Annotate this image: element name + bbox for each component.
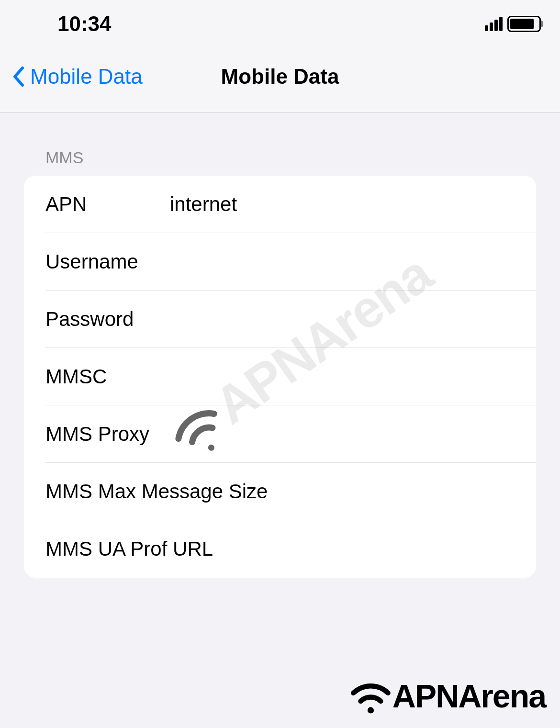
mms-proxy-label: MMS Proxy — [45, 423, 274, 446]
wifi-icon — [348, 673, 393, 718]
status-icons — [485, 16, 541, 32]
mms-ua-prof-url-input[interactable] — [274, 538, 536, 560]
mms-ua-prof-url-row[interactable]: MMS UA Prof URL — [24, 520, 536, 578]
mmsc-label: MMSC — [45, 365, 170, 388]
apn-input[interactable] — [170, 193, 536, 216]
password-input[interactable] — [170, 308, 536, 331]
navigation-bar: Mobile Data Mobile Data — [0, 48, 560, 112]
mms-max-message-size-row[interactable]: MMS Max Message Size — [24, 463, 536, 520]
footer-logo-text: APNArena — [392, 677, 546, 715]
mmsc-row[interactable]: MMSC — [24, 348, 536, 405]
chevron-left-icon — [12, 66, 25, 87]
battery-icon — [507, 16, 541, 32]
username-input[interactable] — [170, 250, 536, 273]
status-time: 10:34 — [57, 12, 112, 36]
status-bar: 10:34 — [0, 0, 560, 48]
apn-label: APN — [45, 193, 170, 216]
username-row[interactable]: Username — [24, 233, 536, 291]
content-area: MMS APN Username Password MMSC MMS Proxy — [0, 112, 560, 578]
password-label: Password — [45, 308, 170, 331]
section-header-mms: MMS — [24, 112, 536, 176]
footer-logo: APNArena — [348, 673, 546, 718]
password-row[interactable]: Password — [24, 291, 536, 348]
apn-row[interactable]: APN — [24, 176, 536, 233]
mms-proxy-input[interactable] — [274, 423, 536, 446]
cellular-signal-icon — [485, 17, 503, 31]
mms-max-message-size-input[interactable] — [274, 480, 536, 503]
mms-max-message-size-label: MMS Max Message Size — [45, 480, 274, 503]
mms-settings-group: APN Username Password MMSC MMS Proxy MMS… — [24, 176, 536, 578]
back-label: Mobile Data — [30, 65, 143, 89]
username-label: Username — [45, 250, 170, 273]
back-button[interactable]: Mobile Data — [12, 65, 143, 89]
page-title: Mobile Data — [221, 65, 339, 89]
mmsc-input[interactable] — [170, 365, 536, 388]
mms-ua-prof-url-label: MMS UA Prof URL — [45, 538, 274, 560]
svg-point-0 — [368, 707, 374, 713]
mms-proxy-row[interactable]: MMS Proxy — [24, 405, 536, 463]
